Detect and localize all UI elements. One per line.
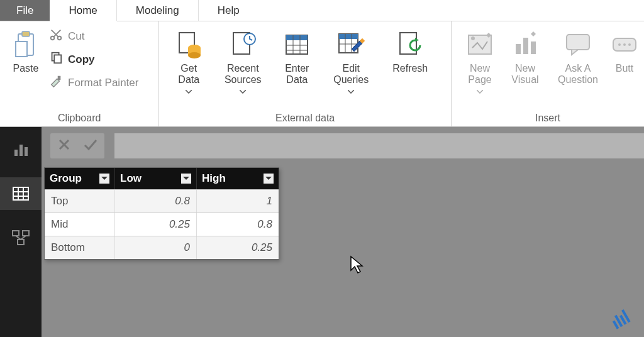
cell-high: 1 bbox=[197, 190, 279, 213]
chevron-down-icon bbox=[240, 85, 246, 96]
menu-bar: File Home Modeling Help bbox=[0, 0, 644, 21]
tab-help-label: Help bbox=[218, 4, 240, 17]
tab-file-label: File bbox=[16, 4, 33, 17]
cell-low: 0.8 bbox=[115, 190, 197, 213]
data-view-button[interactable] bbox=[0, 177, 42, 210]
header-high-label: High bbox=[202, 172, 226, 185]
mouse-cursor-icon bbox=[350, 255, 364, 277]
get-data-label: Get Data bbox=[178, 63, 199, 86]
table-row[interactable]: Top 0.8 1 bbox=[45, 189, 279, 213]
new-visual-button[interactable]: New Visual bbox=[506, 25, 545, 86]
new-page-button[interactable]: New Page bbox=[460, 25, 499, 96]
header-low[interactable]: Low bbox=[115, 168, 197, 189]
view-switcher bbox=[0, 127, 42, 337]
new-page-label: New Page bbox=[468, 63, 491, 86]
filter-icon[interactable] bbox=[181, 174, 191, 184]
svg-rect-46 bbox=[23, 231, 29, 236]
tab-file[interactable]: File bbox=[0, 0, 50, 21]
clipboard-icon bbox=[10, 29, 42, 60]
enter-data-button[interactable]: Enter Data bbox=[277, 25, 316, 86]
cell-group: Mid bbox=[45, 213, 115, 236]
clipboard-group-label: Clipboard bbox=[6, 110, 152, 125]
svg-rect-39 bbox=[25, 147, 28, 156]
external-data-group-label: External data bbox=[165, 110, 445, 125]
cell-group: Top bbox=[45, 190, 115, 213]
recent-label: Recent Sources bbox=[225, 63, 262, 86]
recent-icon bbox=[227, 29, 258, 60]
enter-data-label: Enter Data bbox=[285, 63, 309, 86]
svg-rect-45 bbox=[13, 231, 19, 236]
tab-home[interactable]: Home bbox=[50, 0, 116, 21]
cell-group: Bottom bbox=[45, 236, 115, 259]
ribbon-group-insert: New Page New Visual Ask A Question Butt … bbox=[452, 21, 644, 126]
header-group[interactable]: Group bbox=[45, 168, 115, 189]
refresh-label: Refresh bbox=[392, 63, 428, 74]
cell-low: 0 bbox=[115, 236, 197, 259]
formula-input[interactable] bbox=[114, 133, 644, 158]
filter-icon[interactable] bbox=[264, 174, 274, 184]
paste-button[interactable]: Paste bbox=[6, 25, 45, 74]
svg-rect-29 bbox=[516, 44, 521, 54]
cell-high: 0.25 bbox=[197, 236, 279, 259]
cell-low: 0.25 bbox=[115, 213, 197, 236]
svg-rect-21 bbox=[339, 34, 358, 39]
edit-queries-button[interactable]: Edit Queries bbox=[325, 25, 377, 96]
button-icon bbox=[609, 29, 640, 60]
buttons-label: Butt bbox=[616, 63, 633, 74]
svg-rect-15 bbox=[286, 35, 308, 40]
header-group-label: Group bbox=[50, 172, 82, 185]
tab-modeling[interactable]: Modeling bbox=[117, 0, 199, 21]
tab-home-label: Home bbox=[69, 4, 97, 17]
cancel-icon[interactable] bbox=[57, 138, 71, 154]
svg-rect-37 bbox=[14, 150, 18, 156]
chevron-down-icon bbox=[348, 85, 354, 96]
tab-help[interactable]: Help bbox=[199, 0, 258, 21]
cell-high: 0.8 bbox=[197, 213, 279, 236]
edit-queries-label: Edit Queries bbox=[333, 63, 369, 86]
svg-rect-30 bbox=[523, 38, 528, 54]
workspace: Group Low High Top 0.8 1 Mid 0.25 0.8 Bo… bbox=[0, 127, 644, 337]
tab-modeling-label: Modeling bbox=[136, 4, 179, 17]
get-data-icon bbox=[173, 29, 204, 60]
buttons-button[interactable]: Butt bbox=[611, 25, 638, 74]
get-data-button[interactable]: Get Data bbox=[169, 25, 208, 96]
commit-icon[interactable] bbox=[82, 138, 97, 154]
table-header-row: Group Low High bbox=[45, 168, 279, 189]
refresh-button[interactable]: Refresh bbox=[386, 25, 435, 74]
svg-point-36 bbox=[628, 43, 631, 46]
header-low-label: Low bbox=[120, 172, 142, 185]
svg-rect-31 bbox=[531, 41, 536, 54]
formula-bar-actions bbox=[50, 133, 104, 158]
copy-label: Copy bbox=[68, 53, 95, 66]
ask-question-label: Ask A Question bbox=[558, 63, 598, 86]
svg-rect-38 bbox=[19, 145, 23, 156]
recent-sources-button[interactable]: Recent Sources bbox=[217, 25, 269, 96]
canvas: Group Low High Top 0.8 1 Mid 0.25 0.8 Bo… bbox=[42, 127, 644, 337]
table-row[interactable]: Bottom 0 0.25 bbox=[45, 236, 279, 259]
edit-queries-icon bbox=[335, 29, 367, 60]
cut-label: Cut bbox=[68, 30, 84, 43]
chevron-down-icon bbox=[186, 85, 192, 96]
brush-icon bbox=[49, 74, 63, 91]
cut-button[interactable]: Cut bbox=[49, 28, 138, 45]
report-view-button[interactable] bbox=[10, 141, 31, 158]
ribbon-group-clipboard: Paste Cut Copy Format Painter Clipboard bbox=[0, 21, 159, 126]
data-table: Group Low High Top 0.8 1 Mid 0.25 0.8 Bo… bbox=[44, 167, 279, 260]
svg-point-11 bbox=[188, 52, 201, 58]
header-high[interactable]: High bbox=[197, 168, 279, 189]
scissors-icon bbox=[49, 28, 63, 45]
model-view-button[interactable] bbox=[10, 229, 31, 246]
copy-button[interactable]: Copy bbox=[49, 51, 138, 68]
new-page-icon bbox=[464, 29, 496, 60]
format-painter-button[interactable]: Format Painter bbox=[49, 74, 138, 91]
formula-bar bbox=[50, 133, 644, 158]
ask-question-button[interactable]: Ask A Question bbox=[551, 25, 605, 86]
insert-group-label: Insert bbox=[458, 110, 638, 125]
new-visual-label: New Visual bbox=[511, 63, 538, 86]
svg-point-35 bbox=[623, 43, 626, 46]
table-icon bbox=[281, 29, 313, 60]
paste-label: Paste bbox=[13, 63, 39, 74]
filter-icon[interactable] bbox=[99, 174, 109, 184]
table-row[interactable]: Mid 0.25 0.8 bbox=[45, 213, 279, 236]
svg-rect-47 bbox=[18, 240, 24, 245]
